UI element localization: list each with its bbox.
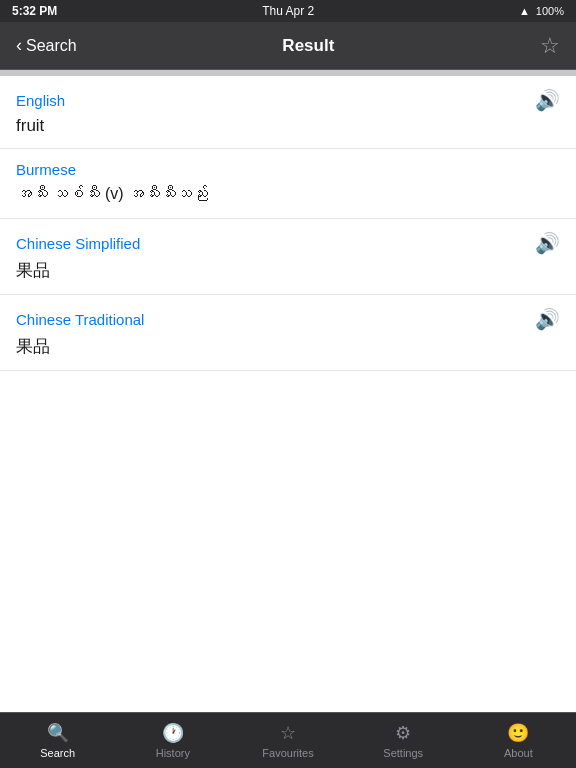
back-arrow-icon: ‹ <box>16 35 22 56</box>
settings-tab-label: Settings <box>383 747 423 759</box>
english-translation-text: fruit <box>16 116 560 136</box>
nav-bar: ‹ Search Result ☆ <box>0 22 576 70</box>
favourites-tab-label: Favourites <box>262 747 313 759</box>
tab-settings[interactable]: ⚙ Settings <box>346 716 461 765</box>
english-lang-row: English 🔊 <box>16 88 560 112</box>
tab-favourites[interactable]: ☆ Favourites <box>230 716 345 765</box>
english-language-label: English <box>16 92 65 109</box>
chinese-simplified-audio-button[interactable]: 🔊 <box>535 231 560 255</box>
chinese-traditional-speaker-icon: 🔊 <box>535 307 560 331</box>
tab-history[interactable]: 🕐 History <box>115 716 230 765</box>
status-date: Thu Apr 2 <box>262 4 314 18</box>
translation-section-chinese-traditional: Chinese Traditional 🔊 果品 <box>0 295 576 370</box>
burmese-translation-text: အသီးး သစ်သီးး (v) အသီးသီးသည်း <box>16 182 560 206</box>
back-button[interactable]: ‹ Search <box>16 35 77 56</box>
translation-section-burmese: Burmese အသီးး သစ်သီးး (v) အသီးသီးသည်း <box>0 149 576 218</box>
burmese-language-label: Burmese <box>16 161 76 178</box>
chinese-simplified-language-label: Chinese Simplified <box>16 235 140 252</box>
chinese-simplified-translation-text: 果品 <box>16 259 560 282</box>
translation-section-chinese-simplified: Chinese Simplified 🔊 果品 <box>0 219 576 294</box>
wifi-icon: ▲ <box>519 5 530 17</box>
burmese-lang-row: Burmese <box>16 161 560 178</box>
chinese-simplified-lang-row: Chinese Simplified 🔊 <box>16 231 560 255</box>
status-bar: 5:32 PM Thu Apr 2 ▲ 100% <box>0 0 576 22</box>
translation-section-english: English 🔊 fruit <box>0 76 576 148</box>
tab-about[interactable]: 🙂 About <box>461 716 576 765</box>
chinese-simplified-speaker-icon: 🔊 <box>535 231 560 255</box>
history-tab-label: History <box>156 747 190 759</box>
favourites-tab-icon: ☆ <box>280 722 296 744</box>
about-tab-label: About <box>504 747 533 759</box>
tab-search[interactable]: 🔍 Search <box>0 716 115 765</box>
chinese-traditional-translation-text: 果品 <box>16 335 560 358</box>
settings-tab-icon: ⚙ <box>395 722 411 744</box>
search-tab-label: Search <box>40 747 75 759</box>
favourite-star-button[interactable]: ☆ <box>540 33 560 59</box>
history-tab-icon: 🕐 <box>162 722 184 744</box>
status-indicators: ▲ 100% <box>519 5 564 17</box>
tab-bar: 🔍 Search 🕐 History ☆ Favourites ⚙ Settin… <box>0 712 576 768</box>
divider-4 <box>0 370 576 371</box>
search-tab-icon: 🔍 <box>47 722 69 744</box>
battery-indicator: 100% <box>536 5 564 17</box>
english-audio-button[interactable]: 🔊 <box>535 88 560 112</box>
about-tab-icon: 🙂 <box>507 722 529 744</box>
nav-title: Result <box>282 36 334 56</box>
chinese-traditional-audio-button[interactable]: 🔊 <box>535 307 560 331</box>
chinese-traditional-language-label: Chinese Traditional <box>16 311 144 328</box>
status-time: 5:32 PM <box>12 4 57 18</box>
back-label: Search <box>26 37 77 55</box>
chinese-traditional-lang-row: Chinese Traditional 🔊 <box>16 307 560 331</box>
english-speaker-icon: 🔊 <box>535 88 560 112</box>
content-area: English 🔊 fruit Burmese အသီးး သစ်သီးး (v… <box>0 76 576 712</box>
